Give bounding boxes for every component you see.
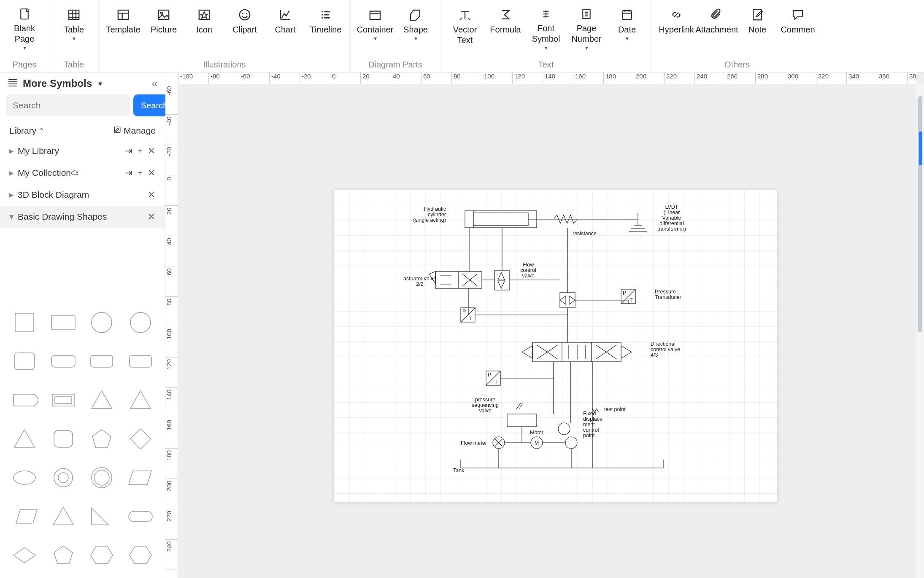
- drawing-page[interactable]: Hydrauliccylinder(single acting) resista…: [334, 190, 777, 502]
- collapse-panel-icon[interactable]: «: [152, 78, 157, 89]
- close-icon[interactable]: ✕: [148, 146, 155, 156]
- svg-rect-20: [91, 355, 113, 367]
- ribbon-btn-formula[interactable]: Formula: [485, 2, 526, 51]
- ribbon-btn-commen[interactable]: Commen: [778, 2, 818, 51]
- svg-point-17: [130, 312, 151, 333]
- ribbon-btn-date[interactable]: Date▾: [607, 2, 647, 51]
- palette-shape-21[interactable]: [46, 500, 80, 533]
- close-icon[interactable]: ✕: [148, 190, 155, 200]
- left-panel: More Symbols ▼ « Search Library ⌃ Manage…: [0, 73, 165, 578]
- ribbon-btn-blank-page[interactable]: BlankPage▾: [4, 2, 45, 51]
- ribbon-btn-timeline[interactable]: Timeline: [305, 2, 346, 51]
- ribbon-btn-chart[interactable]: Chart: [265, 2, 305, 51]
- svg-text:M: M: [535, 440, 539, 446]
- selection-marker: [919, 132, 922, 165]
- palette-shape-27[interactable]: [124, 538, 157, 572]
- library-header[interactable]: Library: [9, 126, 36, 136]
- caret-up-icon[interactable]: ⌃: [39, 127, 44, 134]
- svg-point-6: [240, 10, 250, 20]
- ribbon-btn-picture[interactable]: Picture: [143, 2, 184, 51]
- palette-shape-22[interactable]: [85, 500, 119, 533]
- ribbon-btn-attachment[interactable]: Attachment: [697, 2, 737, 51]
- palette-shape-12[interactable]: [8, 422, 41, 456]
- svg-text:Tank: Tank: [453, 468, 465, 473]
- svg-rect-30: [129, 511, 152, 522]
- palette-shape-3[interactable]: [124, 306, 157, 339]
- group-label: Others: [724, 57, 750, 70]
- add-icon[interactable]: +: [138, 168, 143, 178]
- ruler-corner: [165, 73, 178, 84]
- ribbon-group-illustrations: TemplatePictureIconClipartChartTimelineI…: [98, 0, 350, 72]
- palette-shape-11[interactable]: [124, 383, 157, 417]
- palette-shape-17[interactable]: [46, 461, 80, 495]
- add-icon[interactable]: +: [138, 146, 143, 156]
- close-icon[interactable]: ✕: [148, 168, 155, 178]
- ribbon-toolbar: BlankPage▾PagesTable▾TableTemplatePictur…: [0, 0, 924, 73]
- palette-shape-2[interactable]: [85, 306, 119, 339]
- ribbon-btn-icon[interactable]: Icon: [184, 2, 224, 51]
- palette-shape-5[interactable]: [46, 344, 80, 378]
- svg-rect-2: [118, 10, 128, 19]
- palette-shape-4[interactable]: [8, 344, 41, 378]
- palette-shape-6[interactable]: [85, 344, 119, 378]
- close-icon[interactable]: ✕: [148, 212, 155, 222]
- library-row-my-collection[interactable]: ▸My Collection ⇥+✕: [0, 162, 165, 184]
- palette-shape-9[interactable]: [46, 383, 80, 417]
- canvas-viewport[interactable]: Hydrauliccylinder(single acting) resista…: [178, 84, 916, 578]
- palette-shape-13[interactable]: [46, 422, 80, 456]
- ribbon-group-pages: BlankPage▾Pages: [0, 0, 49, 72]
- palette-shape-1[interactable]: [46, 306, 80, 339]
- palette-shape-23[interactable]: [124, 500, 157, 533]
- palette-shape-8[interactable]: [8, 383, 41, 417]
- search-input[interactable]: [6, 94, 130, 116]
- palette-shape-20[interactable]: [8, 500, 41, 533]
- ribbon-btn-shape[interactable]: Shape▾: [395, 2, 436, 51]
- palette-shape-14[interactable]: [85, 422, 119, 456]
- ribbon-btn-container[interactable]: Container▾: [355, 2, 395, 51]
- svg-point-25: [14, 471, 35, 484]
- ribbon-btn-table[interactable]: Table▾: [54, 2, 94, 51]
- ribbon-btn-clipart[interactable]: Clipart: [224, 2, 265, 51]
- palette-shape-24[interactable]: [8, 538, 41, 572]
- ribbon-btn-hyperlink[interactable]: Hyperlink: [656, 2, 697, 51]
- svg-text:test point: test point: [604, 406, 626, 412]
- svg-text:P: P: [623, 290, 626, 296]
- svg-text:LVDT(LinearVariabledifferentia: LVDT(LinearVariabledifferentialtransform…: [657, 204, 686, 232]
- svg-rect-14: [15, 313, 34, 332]
- ribbon-group-table: Table▾Table: [49, 0, 98, 72]
- ribbon-btn-template[interactable]: Template: [103, 2, 143, 51]
- ribbon-btn-font-symbol[interactable]: FontSymbol▾: [526, 2, 566, 51]
- palette-shape-0[interactable]: [8, 306, 41, 339]
- library-row-3d-block-diagram[interactable]: ▸3D Block Diagram✕: [0, 184, 165, 206]
- library-row-my-library[interactable]: ▸My Library⇥+✕: [0, 140, 165, 162]
- svg-point-78: [565, 437, 577, 449]
- palette-shape-19[interactable]: [124, 461, 157, 495]
- import-icon[interactable]: ⇥: [125, 146, 132, 156]
- palette-shape-16[interactable]: [8, 461, 41, 495]
- palette-shape-25[interactable]: [46, 538, 80, 572]
- import-icon[interactable]: ⇥: [125, 168, 132, 178]
- ribbon-btn-page-number[interactable]: PageNumber▾: [566, 2, 607, 51]
- svg-rect-48: [560, 293, 575, 308]
- svg-point-4: [161, 12, 163, 14]
- ribbon-btn-note[interactable]: Note: [737, 2, 778, 51]
- palette-shape-7[interactable]: [124, 344, 157, 378]
- svg-text:Flowcontrolvalve: Flowcontrolvalve: [520, 262, 536, 279]
- svg-text:T: T: [630, 297, 633, 303]
- library-row-basic-drawing-shapes[interactable]: ▾Basic Drawing Shapes✕: [0, 206, 165, 228]
- stack-icon: [8, 78, 18, 89]
- svg-point-8: [246, 13, 247, 14]
- dropdown-caret-icon[interactable]: ▼: [97, 80, 103, 87]
- svg-rect-15: [51, 316, 75, 329]
- palette-shape-26[interactable]: [85, 538, 119, 572]
- diagram[interactable]: Hydrauliccylinder(single acting) resista…: [334, 190, 777, 502]
- palette-shape-10[interactable]: [85, 383, 119, 417]
- svg-rect-63: [532, 342, 621, 362]
- palette-shape-18[interactable]: [85, 461, 119, 495]
- palette-shape-15[interactable]: [124, 422, 157, 456]
- canvas-area: -100-80-60-40-20020406080100120140160180…: [165, 73, 924, 578]
- ribbon-btn-vector-text[interactable]: VectorText: [445, 2, 485, 51]
- manage-link[interactable]: Manage: [113, 126, 156, 136]
- svg-rect-1: [69, 10, 79, 19]
- svg-text:PressureTransducer: PressureTransducer: [655, 289, 681, 300]
